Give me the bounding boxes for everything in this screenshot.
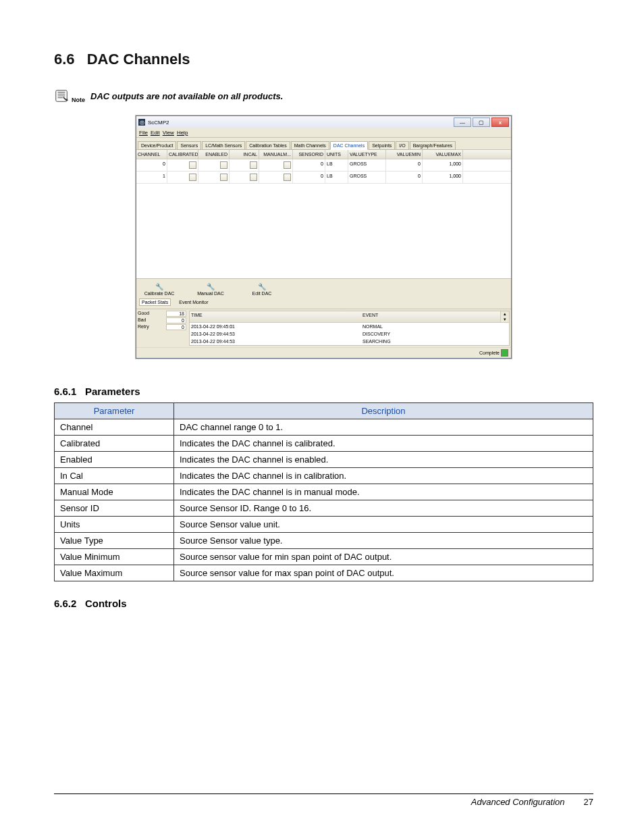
param-description: Indicates the DAC channel is in manual m…	[174, 484, 593, 500]
app-window: ◎ ScCMP2 — ▢ x File Edit View Help Devic…	[136, 115, 512, 359]
table-row: Value MaximumSource sensor value for max…	[55, 565, 593, 581]
tool-label: Calibrate DAC	[140, 291, 178, 296]
tab-io[interactable]: I/O	[396, 141, 408, 150]
table-row: EnabledIndicates the DAC channel is enab…	[55, 452, 593, 468]
col-calibrated[interactable]: CALIBRATED	[167, 150, 198, 159]
dac-grid[interactable]: CHANNEL CALIBRATED ENABLED INCAL MANUALM…	[136, 150, 511, 278]
event-time: 2013-04-22 09:44:53	[190, 338, 361, 345]
cell-manualmode[interactable]	[259, 159, 293, 171]
param-description: DAC channel range 0 to 1.	[174, 419, 593, 436]
cell-calibrated[interactable]	[167, 172, 198, 183]
cell-manualmode[interactable]	[259, 172, 293, 183]
checkbox-icon[interactable]	[284, 161, 291, 169]
cell-incal[interactable]	[230, 172, 259, 183]
note-text: DAC outputs are not available on all pro…	[90, 91, 283, 101]
cell-sensorid[interactable]: 0	[293, 159, 325, 171]
stat-bad-label: Bad	[138, 317, 146, 323]
param-name: Value Minimum	[55, 549, 174, 565]
event-row[interactable]: 2013-04-22 09:44:53SEARCHING	[190, 338, 509, 345]
tab-lcmath-sensors[interactable]: LC/Math Sensors	[202, 141, 245, 150]
subsection-title: Parameters	[85, 386, 140, 397]
cell-channel[interactable]: 1	[136, 172, 167, 183]
tab-dac-channels[interactable]: DAC Channels	[330, 141, 368, 150]
table-row: Value MinimumSource sensor value for min…	[55, 549, 593, 565]
events-col-event[interactable]: EVENT	[361, 311, 500, 322]
main-tabs: Device/Product Sensors LC/Math Sensors C…	[136, 138, 511, 150]
checkbox-icon[interactable]	[250, 174, 257, 181]
events-col-time[interactable]: TIME	[190, 311, 361, 322]
event-row[interactable]: 2013-04-22 09:45:01NORMAL	[190, 323, 509, 330]
cell-units[interactable]: LB	[325, 172, 348, 183]
table-row: UnitsSource Sensor value unit.	[55, 517, 593, 533]
cell-channel[interactable]: 0	[136, 159, 167, 171]
checkbox-icon[interactable]	[250, 161, 257, 169]
menubar: File Edit View Help	[136, 128, 511, 138]
cell-valuetype[interactable]: GROSS	[348, 159, 386, 171]
tool-manual-dac[interactable]: 🔧 Manual DAC	[192, 283, 230, 296]
col-valuetype[interactable]: VALUETYPE	[348, 150, 386, 159]
titlebar: ◎ ScCMP2 — ▢ x	[136, 116, 511, 128]
checkbox-icon[interactable]	[189, 161, 196, 169]
tab-math-channels[interactable]: Math Channels	[291, 141, 329, 150]
col-incal[interactable]: INCAL	[230, 150, 259, 159]
col-sensorid[interactable]: SENSORID	[293, 150, 325, 159]
checkbox-icon[interactable]	[189, 174, 196, 181]
event-time: 2013-04-22 09:45:01	[190, 323, 361, 330]
cell-valuemax[interactable]: 1,000	[423, 159, 463, 171]
param-name: Units	[55, 517, 174, 533]
cell-valuetype[interactable]: GROSS	[348, 172, 386, 183]
section-number: 6.6	[54, 51, 75, 68]
tool-calibrate-dac[interactable]: 🔧 Calibrate DAC	[140, 283, 178, 296]
col-enabled[interactable]: ENABLED	[198, 150, 230, 159]
param-description: Source Sensor value type.	[174, 533, 593, 549]
menu-view[interactable]: View	[163, 130, 174, 136]
menu-file[interactable]: File	[139, 130, 148, 136]
stat-bad-value: 0	[166, 317, 186, 323]
note-label: Note	[72, 97, 85, 103]
col-valuemin[interactable]: VALUEMIN	[386, 150, 423, 159]
events-scrollbar[interactable]: ▴▾	[500, 311, 509, 322]
event-name: NORMAL	[361, 323, 509, 330]
menu-edit[interactable]: Edit	[151, 130, 160, 136]
col-valuemax[interactable]: VALUEMAX	[423, 150, 463, 159]
cell-valuemax[interactable]: 1,000	[423, 172, 463, 183]
close-button[interactable]: x	[491, 118, 509, 127]
col-channel[interactable]: CHANNEL	[136, 150, 167, 159]
param-description: Source sensor value for min span point o…	[174, 549, 593, 565]
cell-units[interactable]: LB	[325, 159, 348, 171]
subsection-controls-heading: 6.6.2 Controls	[54, 598, 593, 609]
maximize-button[interactable]: ▢	[473, 118, 490, 127]
param-description: Indicates the DAC channel is in calibrat…	[174, 468, 593, 484]
tool-edit-dac[interactable]: 🔧 Edit DAC	[243, 283, 281, 296]
table-row[interactable]: 10LBGROSS01,000	[136, 172, 511, 184]
cell-valuemin[interactable]: 0	[386, 159, 423, 171]
cell-enabled[interactable]	[198, 172, 230, 183]
checkbox-icon[interactable]	[220, 161, 227, 169]
cell-valuemin[interactable]: 0	[386, 172, 423, 183]
tab-calibration-tables[interactable]: Calibration Tables	[246, 141, 290, 150]
table-row[interactable]: 00LBGROSS01,000	[136, 159, 511, 172]
tab-packet-stats[interactable]: Packet Stats	[139, 298, 171, 306]
tool-label: Edit DAC	[243, 291, 281, 296]
event-monitor[interactable]: TIME EVENT ▴▾ 2013-04-22 09:45:01NORMAL2…	[189, 311, 510, 346]
col-manualm[interactable]: MANUALM...	[259, 150, 293, 159]
wrench-icon: 🔧	[140, 283, 178, 291]
param-description: Source Sensor ID. Range 0 to 16.	[174, 500, 593, 517]
tab-setpoints[interactable]: Setpoints	[369, 141, 395, 150]
checkbox-icon[interactable]	[220, 174, 227, 181]
menu-help[interactable]: Help	[177, 130, 188, 136]
cell-calibrated[interactable]	[167, 159, 198, 171]
stat-good-label: Good	[138, 311, 149, 317]
param-name: Value Type	[55, 533, 174, 549]
cell-incal[interactable]	[230, 159, 259, 171]
cell-sensorid[interactable]: 0	[293, 172, 325, 183]
event-row[interactable]: 2013-04-22 09:44:53DISCOVERY	[190, 330, 509, 338]
col-units[interactable]: UNITS	[325, 150, 348, 159]
tab-bargraph-features[interactable]: Bargraph/Features	[410, 141, 456, 150]
checkbox-icon[interactable]	[284, 174, 291, 181]
minimize-button[interactable]: —	[454, 118, 471, 127]
tab-device-product[interactable]: Device/Product	[138, 141, 176, 150]
tab-sensors[interactable]: Sensors	[177, 141, 201, 150]
cell-enabled[interactable]	[198, 159, 230, 171]
tab-event-monitor[interactable]: Event Monitor	[176, 298, 211, 306]
